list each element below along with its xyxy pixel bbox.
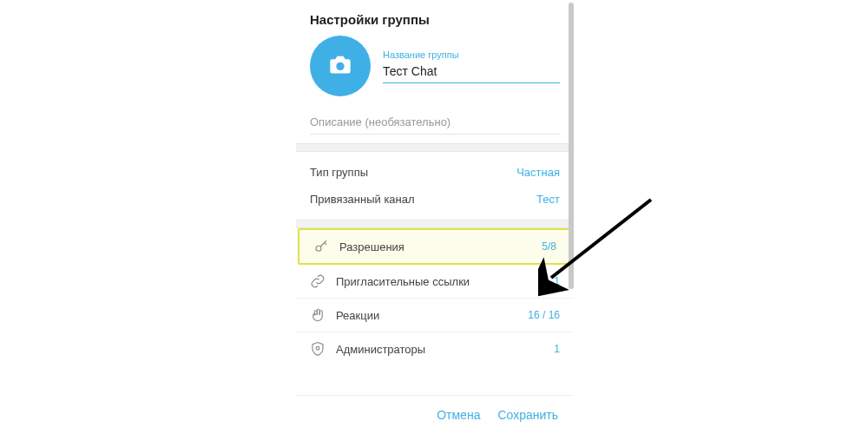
invite-links-value: 1 [554,275,560,287]
group-settings-panel: Настройки группы Название группы Тип гру… [296,0,574,434]
key-icon [313,239,329,254]
shield-icon [310,341,326,357]
section-divider [296,220,574,228]
invite-links-row[interactable]: Пригласительные ссылки 1 [296,265,574,299]
linked-channel-row[interactable]: Привязанный канал Тест [296,186,574,213]
svg-point-1 [316,346,319,350]
info-block: Тип группы Частная Привязанный канал Тес… [296,152,574,220]
panel-title: Настройки группы [296,0,574,36]
profile-section: Название группы [296,36,574,110]
reactions-value: 16 / 16 [528,309,560,321]
admins-row[interactable]: Администраторы 1 [296,332,574,365]
camera-icon [328,54,352,78]
linked-channel-value: Тест [536,193,560,206]
description-section [296,110,574,143]
cancel-button[interactable]: Отмена [437,408,480,422]
save-button[interactable]: Сохранить [497,408,558,422]
linked-channel-label: Привязанный канал [310,193,415,206]
invite-links-label: Пригласительные ссылки [336,275,543,288]
reactions-label: Реакции [336,309,517,322]
permissions-value: 5/8 [542,240,556,253]
admins-value: 1 [554,343,560,355]
permissions-label: Разрешения [339,240,531,253]
wave-icon [310,307,326,323]
admins-label: Администраторы [336,343,543,356]
footer: Отмена Сохранить [296,395,574,434]
reactions-row[interactable]: Реакции 16 / 16 [296,299,574,332]
group-type-row[interactable]: Тип группы Частная [296,159,574,186]
group-name-field: Название группы [383,49,560,83]
menu-block: Разрешения 5/8 Пригласительные ссылки 1 … [296,228,574,365]
permissions-row[interactable]: Разрешения 5/8 [298,228,572,265]
svg-point-0 [316,246,321,251]
group-avatar[interactable] [310,36,371,96]
group-name-input[interactable] [383,62,560,83]
scrollbar-thumb[interactable] [569,3,574,289]
group-type-label: Тип группы [310,166,368,179]
description-input[interactable] [310,110,560,135]
group-name-label: Название группы [383,49,560,60]
link-icon [310,273,326,289]
section-divider [296,143,574,152]
scrollbar[interactable] [569,0,574,434]
group-type-value: Частная [516,166,560,179]
